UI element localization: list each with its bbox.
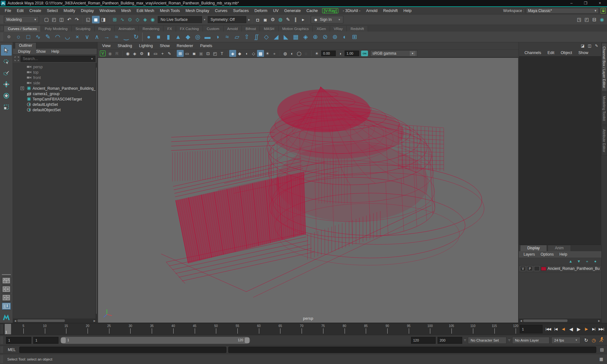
pause-viewport-icon[interactable]: ∥ [292, 16, 299, 23]
timeline-track[interactable]: 1 51015202530354045505560657075808590951… [4, 324, 518, 334]
polygon-cone-icon[interactable]: ▲ [173, 32, 183, 42]
menu-redshift[interactable]: Redshift [380, 9, 401, 13]
rotate-tool[interactable] [1, 90, 12, 101]
open-scene-icon[interactable]: ◰ [50, 16, 58, 23]
viewport-menu-panels[interactable]: Panels [197, 44, 215, 48]
shelf-grip[interactable] [1, 26, 3, 31]
polygon-cylinder-icon[interactable]: ▮ [163, 32, 173, 42]
outliner-item-camera1-group[interactable]: camera1_group [13, 91, 95, 96]
sculpt-tool-icon[interactable]: ◈ [301, 32, 310, 42]
shelf-tab-motion-graphics[interactable]: Motion Graphics [279, 26, 313, 32]
birail-surface-icon[interactable]: ∬ [252, 32, 261, 42]
menu-help[interactable]: Help [401, 9, 414, 13]
three-point-arc-icon[interactable]: ◡ [63, 32, 72, 42]
menu-uv[interactable]: UV [270, 9, 281, 13]
workspace-lock-icon[interactable] [601, 8, 606, 14]
project-curve-icon[interactable]: ⊕ [310, 32, 320, 42]
chevron-down-icon[interactable]: ▼ [91, 58, 93, 60]
multisample-icon[interactable]: ◯ [296, 50, 303, 57]
shelf-tab-rigging[interactable]: Rigging [95, 26, 115, 32]
viewport-menu-view[interactable]: View [99, 44, 114, 48]
offset-curve-icon[interactable]: ≈ [112, 32, 121, 42]
snap-to-plane-icon[interactable]: ◇ [134, 16, 141, 23]
viewport-menu-lighting[interactable]: Lighting [136, 44, 156, 48]
grid-icon[interactable]: ⊞ [177, 50, 184, 57]
filter-icon[interactable] [14, 56, 19, 61]
viewport-menu-show[interactable]: Show [157, 44, 173, 48]
vray-frame-buffer-icon[interactable]: V [100, 51, 106, 56]
sequence-render-icon[interactable]: ◉ [107, 50, 113, 57]
display-layer-row[interactable]: V P Ancient_Roman_Pantheon_Bu [519, 265, 601, 272]
platonic-solid-icon[interactable]: ◆ [183, 32, 193, 42]
menu-create[interactable]: Create [27, 9, 44, 13]
current-time-indicator[interactable]: 1 [5, 324, 11, 334]
menu-cache[interactable]: Cache [304, 9, 321, 13]
trim-tool-icon[interactable]: ⊘ [320, 32, 330, 42]
outliner-item-top[interactable]: top [13, 70, 95, 75]
pencil-curve-tool-icon[interactable]: ✎ [43, 32, 53, 42]
snap-to-point-icon[interactable]: ⊙ [126, 16, 134, 23]
bounding-box-icon[interactable]: ◇ [250, 50, 257, 57]
select-tool[interactable] [1, 45, 12, 56]
select-camera-icon[interactable]: ◉ [124, 50, 131, 57]
menu-file[interactable]: File [2, 9, 14, 13]
interactive-playback-icon[interactable]: ▸ [299, 16, 307, 23]
step-back-frame-button[interactable]: ◀| [560, 325, 567, 333]
snap-to-curve-icon[interactable]: ∿ [119, 16, 126, 23]
polygon-cube-icon[interactable]: ■ [154, 32, 163, 42]
shelf-tab-sculpting[interactable]: Sculpting [72, 26, 95, 32]
playback-range-bar[interactable]: 1 120 [60, 337, 250, 344]
layer-playback-toggle[interactable]: P [527, 266, 533, 271]
contrast-field[interactable]: 1.00 [345, 51, 359, 56]
layer-editor-menu-options[interactable]: Options [538, 252, 556, 257]
layer-move-up-icon[interactable]: ▲ [568, 258, 573, 264]
booleans-icon[interactable]: ◐ [340, 32, 350, 42]
untrim-icon[interactable]: ⊚ [330, 32, 340, 42]
layer-editor-menu-help[interactable]: Help [556, 252, 570, 257]
select-by-object-icon[interactable]: ◼ [92, 16, 100, 23]
range-slider-grip[interactable] [1, 336, 3, 344]
polygon-sphere-icon[interactable]: ● [144, 32, 154, 42]
layer-create-empty-icon[interactable]: ● [592, 258, 598, 264]
layer-color-swatch[interactable] [541, 267, 546, 271]
live-surface-field[interactable]: No Live Surface [158, 16, 202, 23]
menu-edit[interactable]: Edit [14, 9, 27, 13]
play-forwards-button[interactable]: ▶ [575, 325, 582, 333]
menu-3dtoall[interactable]: - 3DtoAll - [340, 9, 363, 13]
camera-attributes-icon[interactable]: ⚙ [138, 50, 145, 57]
menu-modify[interactable]: Modify [61, 9, 78, 13]
shelf-tab-rendering[interactable]: Rendering [139, 26, 163, 32]
command-result-field[interactable] [228, 347, 596, 353]
paint-effects-icon[interactable]: ✎ [284, 16, 292, 23]
scrollbar-thumb[interactable] [17, 319, 65, 322]
symmetry-field[interactable]: Symmetry: Off [208, 16, 246, 23]
channel-box-menu-edit[interactable]: Edit [544, 51, 558, 55]
motion-blur-icon[interactable]: ◐ [289, 50, 296, 57]
outliner-menu-help[interactable]: Help [49, 49, 62, 54]
mel-command-input[interactable] [19, 347, 226, 353]
channel-box-menu-object[interactable]: Object [557, 51, 575, 55]
scale-tool[interactable] [1, 102, 12, 112]
channel-box-empty-area[interactable] [519, 56, 601, 245]
scroll-left-icon[interactable]: ◀ [519, 319, 523, 322]
toggle-tool-settings-icon[interactable]: ◳ [575, 16, 583, 23]
outliner-search-box[interactable]: ▼ [21, 56, 95, 62]
field-chart-icon[interactable]: ⊡ [205, 50, 212, 57]
move-tool[interactable] [1, 79, 12, 90]
sign-in-button[interactable]: ☻ Sign In ▼ [311, 16, 343, 23]
view-transform-dropdown[interactable]: sRGB gamma▼ [370, 50, 418, 57]
redo-icon[interactable]: ↷ [73, 16, 81, 23]
menu-generate[interactable]: Generate [281, 9, 304, 13]
scrollbar-thumb[interactable] [523, 319, 567, 322]
outliner-item-persp[interactable]: persp [13, 64, 95, 70]
safe-action-icon[interactable]: ◰ [212, 50, 218, 57]
gate-mask-icon[interactable]: ▣ [198, 50, 205, 57]
shelf-tab-fx[interactable]: FX [163, 26, 176, 32]
menu-display[interactable]: Display [78, 9, 97, 13]
outliner-menu-show[interactable]: Show [34, 49, 48, 54]
play-backwards-button[interactable]: ◀ [567, 325, 575, 333]
script-editor-icon[interactable]: ▤ [598, 347, 606, 352]
curve-fillet-icon[interactable]: ‿ [121, 32, 131, 42]
outliner-item-side[interactable]: side [13, 80, 95, 86]
step-forward-key-button[interactable]: ▶| [590, 325, 598, 333]
